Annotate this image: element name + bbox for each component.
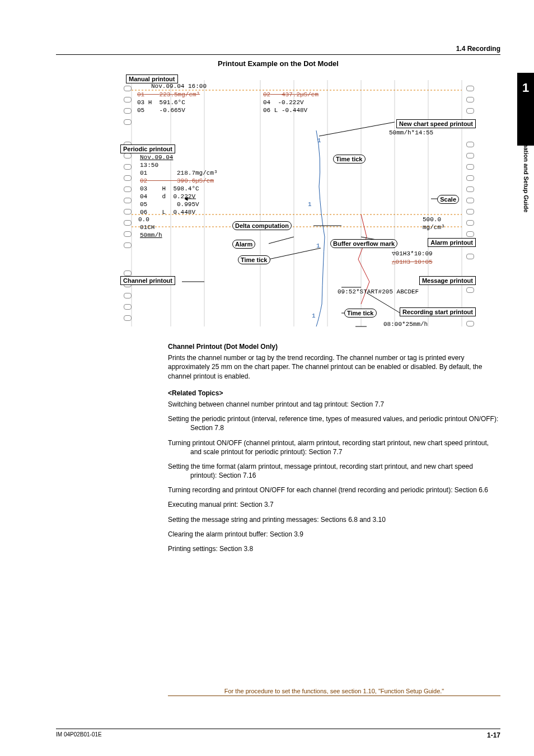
periodic-unit: mg/cm³: [423, 224, 445, 231]
body-text: Channel Printout (Dot Model Only) Prints…: [168, 342, 500, 553]
side-guide-title: Functional Explanation and Setup Guide: [523, 94, 530, 212]
periodic-ch: 01CH: [140, 224, 154, 231]
related-4: Turning recording and printout ON/OFF fo…: [168, 486, 500, 494]
label-delta-computation: Delta computation: [232, 221, 292, 230]
manual-r1-r: 02 437.2µS/cm: [263, 91, 318, 98]
label-buffer-overflow: Buffer overflow mark: [330, 239, 397, 248]
periodic-date: Nov.09.04: [140, 154, 173, 161]
related-7: Clearing the alarm printout buffer: Sect…: [168, 530, 500, 539]
tick-1: 1: [317, 137, 321, 144]
periodic-scale-left: 0.0: [138, 216, 149, 223]
manual-r1-l: 01 223.5mg/cm³: [137, 91, 200, 98]
svg-line-18: [269, 237, 294, 244]
related-1: Setting the periodic printout (interval,…: [168, 414, 500, 432]
footer-right: 1-17: [487, 731, 500, 739]
svg-line-20: [269, 248, 321, 259]
periodic-row-1: 02 390.6µS/cm: [140, 178, 214, 184]
footer-left: IM 04P02B01-01E: [56, 731, 102, 739]
body-para: Prints the channel number or tag by the …: [168, 353, 500, 381]
related-8: Printing settings: Section 3.8: [168, 544, 500, 553]
label-recording-start-printout: Recording start printout: [400, 307, 476, 316]
alarm-line-1: △01H3 10:05: [392, 258, 433, 265]
label-message-printout: Message printout: [419, 276, 476, 285]
label-time-tick-2: Time tick: [238, 255, 270, 264]
periodic-row-4: 05 0.995V: [140, 201, 199, 208]
message-line: 09:52*START#205 ABCDEF: [338, 288, 419, 295]
periodic-row-2: 03 H 598.4°C: [140, 185, 199, 192]
periodic-time: 13:50: [140, 162, 158, 169]
svg-line-13: [319, 122, 395, 136]
manual-datetime: Nov.09.04 16:00: [151, 83, 207, 90]
figure-title: Printout Example on the Dot Model: [56, 59, 500, 68]
label-channel-printout: Channel printout: [120, 276, 175, 285]
tick-3: 1: [316, 242, 320, 249]
periodic-row-5: 06 L 0.448V: [140, 209, 195, 216]
page-footer: IM 04P02B01-01E 1-17: [56, 729, 500, 739]
manual-r3-r: 06 L -0.448V: [263, 107, 307, 114]
related-3: Setting the time format (alarm printout,…: [168, 462, 500, 480]
tick-2: 1: [308, 201, 312, 208]
periodic-row-3: 04 d 0.222V: [140, 193, 195, 200]
related-6: Setting the message string and printing …: [168, 515, 500, 524]
manual-r2-r: 04 -0.222V: [263, 99, 304, 106]
label-time-tick-1: Time tick: [333, 155, 366, 164]
label-manual-printout: Manual printout: [126, 74, 178, 83]
periodic-speed: 50mm/h: [140, 232, 162, 239]
label-alarm: Alarm: [232, 240, 255, 249]
body-heading: Channel Printout (Dot Model Only): [168, 342, 500, 351]
manual-r3-l: 05 -0.665V: [137, 107, 185, 114]
label-alarm-printout: Alarm printout: [428, 238, 476, 247]
footer-note: For the procedure to set the functions, …: [168, 688, 500, 696]
alarm-line-0: ▽01H3*10:09: [392, 250, 433, 257]
manual-r2-l: 03 H 591.6°C: [137, 99, 185, 106]
label-scale: Scale: [437, 195, 459, 204]
tick-4: 1: [312, 312, 316, 319]
label-time-tick-3: Time tick: [344, 309, 377, 318]
related-5: Executing manual print: Section 3.7: [168, 500, 500, 509]
chapter-number: 1: [522, 81, 529, 95]
periodic-scale-right: 500.0: [423, 216, 441, 223]
periodic-row-0: 01 218.7mg/cm³: [140, 170, 218, 176]
section-header: 1.4 Recording: [56, 45, 500, 55]
label-periodic-printout: Periodic printout: [120, 144, 175, 153]
label-new-chart-speed: New chart speed printout: [396, 119, 476, 128]
recording-start-value: 08:00*25mm/h: [383, 321, 428, 328]
related-heading: <Related Topics>: [168, 389, 500, 398]
new-chart-speed-value: 50mm/h*14:55: [389, 129, 433, 136]
related-0: Switching between channel number printou…: [168, 400, 500, 409]
printout-diagram: Manual printout New chart speed printout…: [120, 69, 479, 332]
related-2: Turning printout ON/OFF (channel printou…: [168, 438, 500, 456]
